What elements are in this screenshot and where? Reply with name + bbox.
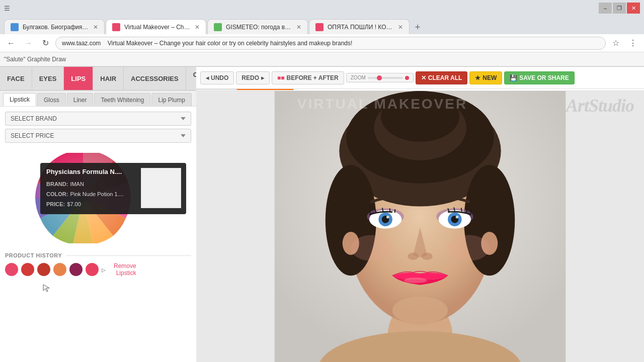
product-brand: IMAN — [70, 181, 84, 187]
subnav-lip-plump[interactable]: Lip Plump — [151, 93, 191, 106]
new-tab-button[interactable]: + — [411, 20, 425, 34]
settings-button[interactable]: ⋮ — [626, 36, 640, 50]
svg-point-24 — [386, 216, 389, 219]
redo-icon: ▸ — [261, 74, 264, 81]
model-photo — [196, 91, 644, 362]
browser-tab-4[interactable]: ОПЯТА ПОШЛИ ! КОРЗИН... ✕ — [309, 19, 410, 34]
history-dot-4[interactable] — [53, 263, 66, 276]
svg-point-25 — [456, 216, 459, 219]
history-dot-2[interactable] — [21, 263, 34, 276]
browser-tab-2[interactable]: Virtual Makeover – Chan... ✕ — [106, 19, 206, 34]
history-dot-3[interactable] — [37, 263, 50, 276]
address-bar-row: ← → ↻ ☆ ⋮ — [0, 34, 644, 52]
dropdowns-row: SELECT BRAND SELECT PRICE — [0, 107, 196, 148]
cursor-indicator — [42, 284, 51, 293]
address-field[interactable] — [55, 37, 606, 50]
history-dot-6[interactable] — [86, 263, 99, 276]
zoom-label: ZOOM — [351, 75, 366, 80]
product-history-label: PRODUCT HISTORY — [5, 252, 191, 258]
subnav-liner[interactable]: Liner — [67, 93, 94, 106]
history-dot-1[interactable] — [5, 263, 18, 276]
save-share-button[interactable]: 💾 SAVE OR SHARE — [504, 71, 574, 84]
svg-point-28 — [351, 235, 392, 261]
before-after-button[interactable]: ■■ BEFORE + AFTER — [272, 71, 344, 84]
bookmark-bar: "Salute" Graphite Draw — [0, 52, 644, 66]
photo-toolbar: ◂ UNDO REDO ▸ ■■ BEFORE + AFTER ZOOM ✕ C… — [196, 67, 644, 89]
tab3-close[interactable]: ✕ — [296, 24, 301, 31]
color-wheel-area: Physicians Formula N.... BRAND:IMAN COLO… — [0, 148, 196, 248]
history-dot-5[interactable] — [69, 263, 83, 276]
nav-lips[interactable]: LIPS — [64, 67, 93, 90]
svg-point-31 — [392, 297, 448, 324]
brand-select[interactable]: SELECT BRAND — [5, 112, 191, 126]
product-history: PRODUCT HISTORY ▹ Remove Lipstick — [0, 248, 196, 281]
bookmark-item[interactable]: "Salute" Graphite Draw — [4, 56, 66, 63]
forward-button[interactable]: → — [21, 36, 35, 50]
sub-nav: Lipstick Gloss Liner Teeth Whitening Lip… — [0, 91, 196, 107]
save-icon: 💾 — [510, 74, 517, 81]
remove-lipstick-button[interactable]: Remove Lipstick — [114, 262, 136, 277]
nav-hair[interactable]: HAIR — [93, 67, 124, 90]
left-panel: Lipstick Gloss Liner Teeth Whitening Lip… — [0, 91, 196, 362]
svg-point-26 — [408, 252, 419, 260]
new-button[interactable]: ★ NEW — [469, 71, 502, 84]
back-button[interactable]: ← — [4, 36, 18, 50]
undo-button[interactable]: ◂ UNDO — [200, 71, 234, 84]
main-nav: FACE EYES LIPS HAIR ACCESSORIES COMPLETE… — [0, 67, 196, 90]
product-thumbnail — [141, 168, 181, 208]
tab3-favicon — [214, 23, 222, 31]
tab4-title: ОПЯТА ПОШЛИ ! КОРЗИН... — [328, 24, 394, 31]
svg-point-30 — [404, 278, 427, 283]
close-button[interactable]: ✕ — [627, 3, 640, 14]
history-next-arrow[interactable]: ▹ — [99, 264, 109, 275]
zoom-slider[interactable] — [368, 77, 403, 79]
svg-point-29 — [448, 235, 490, 261]
product-tooltip: Physicians Formula N.... BRAND:IMAN COLO… — [40, 163, 186, 214]
browser-tab-3[interactable]: GISMETEO: погода в Гоме... ✕ — [207, 19, 308, 34]
product-color: Pink Nude Potion 1.... — [70, 191, 123, 197]
vm-title: VIRTUAL MAKEOVER — [211, 96, 553, 112]
app-menu-icon[interactable]: ☰ — [4, 5, 10, 12]
app-container: FACE EYES LIPS HAIR ACCESSORIES COMPLETE… — [0, 67, 644, 362]
browser-tab-1[interactable]: Булгаков. Биография. Скр... ✕ — [4, 19, 105, 34]
color-label: COLOR: — [46, 191, 68, 197]
nav-eyes[interactable]: EYES — [32, 67, 64, 90]
tab1-favicon — [11, 23, 19, 31]
price-label: PRICE: — [46, 201, 65, 207]
subnav-lipstick[interactable]: Lipstick — [3, 93, 36, 106]
subnav-gloss[interactable]: Gloss — [37, 93, 66, 106]
product-price: $7.00 — [67, 201, 81, 207]
nav-accessories[interactable]: ACCESSORIES — [124, 67, 186, 90]
tab1-title: Булгаков. Биография. Скр... — [23, 24, 89, 31]
restore-button[interactable]: ❐ — [613, 3, 626, 14]
photo-header-overlay: VIRTUAL MAKEOVER — [211, 96, 553, 112]
content-row: Lipstick Gloss Liner Teeth Whitening Lip… — [0, 91, 644, 362]
history-dots — [5, 263, 99, 276]
before-after-icon: ■■ — [277, 74, 285, 81]
title-bar: ☰ – ❐ ✕ — [0, 0, 644, 16]
zoom-control: ZOOM — [346, 73, 414, 82]
price-select[interactable]: SELECT PRICE — [5, 129, 191, 143]
brand-label: BRAND: — [46, 181, 68, 187]
bookmark-star[interactable]: ☆ — [609, 36, 623, 50]
tab2-close[interactable]: ✕ — [195, 24, 200, 31]
redo-button[interactable]: REDO ▸ — [236, 71, 270, 84]
nav-face[interactable]: FACE — [0, 67, 32, 90]
title-bar-left: ☰ — [4, 5, 10, 12]
right-panel: VIRTUAL MAKEOVER ArtStudio — [196, 91, 644, 362]
tab3-title: GISMETEO: погода в Гоме... — [226, 24, 292, 31]
clear-all-button[interactable]: ✕ CLEAR ALL — [416, 71, 468, 84]
toolbar-row: FACE EYES LIPS HAIR ACCESSORIES COMPLETE… — [0, 67, 644, 91]
refresh-button[interactable]: ↻ — [38, 36, 52, 50]
face-svg — [196, 91, 644, 362]
svg-point-27 — [422, 252, 433, 260]
subnav-teeth-whitening[interactable]: Teeth Whitening — [94, 93, 150, 106]
clear-icon: ✕ — [421, 74, 426, 81]
tab1-close[interactable]: ✕ — [93, 24, 98, 31]
star-icon: ★ — [475, 74, 480, 81]
tab2-favicon — [112, 23, 120, 31]
tab4-close[interactable]: ✕ — [398, 24, 403, 31]
undo-icon: ◂ — [206, 74, 209, 81]
minimize-button[interactable]: – — [599, 3, 612, 14]
tab2-title: Virtual Makeover – Chan... — [124, 24, 191, 31]
